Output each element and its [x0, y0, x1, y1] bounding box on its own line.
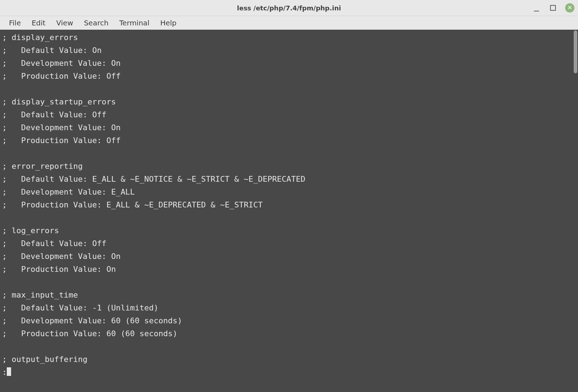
menu-file[interactable]: File	[4, 16, 26, 29]
window-title: less /etc/php/7.4/fpm/php.ini	[0, 4, 578, 12]
menu-edit[interactable]: Edit	[26, 16, 51, 29]
maximize-button[interactable]	[549, 4, 557, 12]
less-prompt: :	[2, 368, 7, 377]
titlebar: less /etc/php/7.4/fpm/php.ini ✕	[0, 0, 578, 16]
minimize-button[interactable]	[532, 3, 541, 13]
terminal-output[interactable]: ; display_errors ; Default Value: On ; D…	[0, 30, 573, 392]
menu-view[interactable]: View	[51, 16, 78, 29]
menu-terminal[interactable]: Terminal	[114, 16, 155, 29]
scrollbar-thumb[interactable]	[574, 30, 577, 73]
menu-search[interactable]: Search	[79, 16, 114, 29]
close-button[interactable]: ✕	[565, 3, 574, 13]
window-controls: ✕	[532, 0, 574, 16]
scrollbar[interactable]	[573, 30, 578, 392]
menu-help[interactable]: Help	[155, 16, 182, 29]
terminal-area: ; display_errors ; Default Value: On ; D…	[0, 30, 578, 392]
terminal-window: less /etc/php/7.4/fpm/php.ini ✕ File Edi…	[0, 0, 578, 392]
menubar: File Edit View Search Terminal Help	[0, 16, 578, 30]
cursor	[7, 367, 11, 376]
